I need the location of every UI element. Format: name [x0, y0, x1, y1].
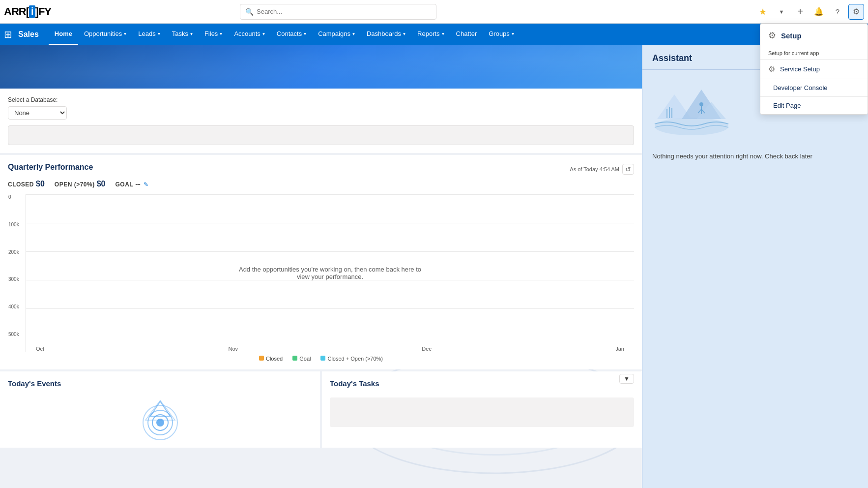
logo[interactable]: ARR[i]FY	[4, 5, 73, 18]
nav-tasks-label: Tasks	[172, 30, 188, 37]
legend-closed-open-dot	[320, 356, 325, 361]
chart-empty-message: Add the opportunities you're working on,…	[232, 266, 429, 280]
closed-value: $0	[36, 180, 45, 188]
y-label-200k: 200k	[8, 249, 19, 255]
assistant-message: Nothing needs your attention right now. …	[642, 149, 868, 164]
search-input[interactable]	[257, 8, 431, 15]
nav-item-accounts[interactable]: Accounts ▾	[228, 24, 270, 45]
nav-item-chatter[interactable]: Chatter	[450, 24, 483, 45]
y-label-300k: 300k	[8, 276, 19, 282]
nav-item-campaigns[interactable]: Campaigns ▾	[312, 24, 361, 45]
db-select-dropdown[interactable]: None	[8, 106, 67, 120]
nav-item-home[interactable]: Home	[49, 24, 78, 45]
setup-dropdown: ⚙ Setup Setup for current app ⚙ Service …	[760, 24, 868, 115]
nav-dashboards-label: Dashboards	[367, 30, 401, 37]
today-events-panel: Today's Events	[0, 371, 320, 448]
quarterly-title: Quarterly Performance	[8, 163, 93, 172]
app-switcher-icon[interactable]: ⊞	[4, 29, 12, 40]
svg-marker-4	[150, 401, 170, 416]
events-concentric-svg	[136, 396, 185, 440]
x-label-jan: Jan	[615, 346, 624, 352]
chart-area: 500k 400k 300k 200k 100k 0 Add t	[26, 194, 634, 352]
nav-item-tasks[interactable]: Tasks ▾	[166, 24, 199, 45]
closed-label-item: CLOSED $0	[8, 180, 45, 188]
edit-page-item[interactable]: Edit Page	[760, 96, 868, 114]
goal-value: --	[135, 180, 141, 188]
gridline-1	[26, 308, 634, 337]
tasks-empty-area	[330, 397, 634, 427]
today-tasks-title: Today's Tasks	[330, 379, 379, 388]
developer-console-item[interactable]: Developer Console	[760, 79, 868, 96]
x-label-dec: Dec	[422, 346, 432, 352]
nav-bar: ⊞ Sales Home Opportunities ▾ Leads ▾ Tas…	[0, 24, 868, 45]
legend-closed-open: Closed + Open (>70%)	[320, 356, 383, 362]
blue-banner	[0, 45, 642, 89]
nav-opportunities-label: Opportunities	[84, 30, 122, 37]
legend-goal: Goal	[292, 356, 311, 362]
tasks-dropdown-button[interactable]: ▼	[619, 374, 634, 384]
svg-point-10	[699, 102, 703, 106]
nav-item-files[interactable]: Files ▾	[199, 24, 228, 45]
main-area: Select a Database: None Quarterly Perfor…	[0, 45, 868, 488]
gridline-5	[26, 194, 634, 223]
campaigns-chevron-icon: ▾	[352, 31, 355, 36]
edit-goal-icon[interactable]: ✎	[144, 181, 148, 188]
logo-highlight: i	[29, 5, 35, 18]
x-label-nov: Nov	[228, 346, 238, 352]
nav-home-label: Home	[55, 30, 72, 37]
nav-item-dashboards[interactable]: Dashboards ▾	[361, 24, 411, 45]
add-button[interactable]: +	[792, 4, 808, 20]
open-value: $0	[97, 180, 106, 188]
y-label-100k: 100k	[8, 222, 19, 227]
nav-chatter-label: Chatter	[456, 30, 477, 37]
setup-gear-button[interactable]: ⚙	[848, 4, 864, 20]
search-bar[interactable]: 🔍	[240, 4, 436, 20]
favorite-star-icon[interactable]: ★	[755, 4, 771, 20]
setup-dropdown-title: Setup	[781, 31, 802, 40]
nav-item-groups[interactable]: Groups ▾	[483, 24, 520, 45]
accounts-chevron-icon: ▾	[262, 31, 265, 36]
dropdown-toggle-button[interactable]: ▼	[774, 4, 789, 20]
dashboards-chevron-icon: ▾	[403, 31, 405, 36]
chart-y-labels: 500k 400k 300k 200k 100k 0	[8, 194, 19, 337]
developer-console-label: Developer Console	[773, 84, 828, 92]
gridline-4	[26, 223, 634, 251]
top-bar-actions: ★ ▼ + 🔔 ? ⚙	[755, 4, 864, 20]
contacts-chevron-icon: ▾	[304, 31, 306, 36]
nav-files-label: Files	[204, 30, 218, 37]
closed-key: CLOSED	[8, 181, 34, 188]
nav-item-leads[interactable]: Leads ▾	[132, 24, 166, 45]
setup-for-current-app-item[interactable]: Setup for current app	[760, 47, 868, 59]
reports-chevron-icon: ▾	[442, 31, 444, 36]
x-label-oct: Oct	[36, 346, 44, 352]
bell-icon[interactable]: 🔔	[811, 4, 827, 20]
service-setup-label: Service Setup	[780, 65, 820, 73]
nav-item-reports[interactable]: Reports ▾	[411, 24, 450, 45]
refresh-button[interactable]: ↺	[622, 164, 634, 175]
top-bar: ARR[i]FY 🔍 ★ ▼ + 🔔 ? ⚙ ⚙ Setup Setup for…	[0, 0, 868, 24]
y-label-500k: 500k	[8, 332, 19, 337]
nav-campaigns-label: Campaigns	[318, 30, 350, 37]
nav-accounts-label: Accounts	[234, 30, 260, 37]
goal-key: GOAL	[115, 181, 133, 188]
bottom-row: Today's Events Today's Ta	[0, 371, 642, 448]
tasks-panel-header: Today's Tasks ▼	[330, 379, 634, 394]
quarterly-performance-section: Quarterly Performance As of Today 4:54 A…	[0, 155, 642, 369]
assistant-illustration-svg	[652, 80, 731, 139]
service-setup-item[interactable]: ⚙ Service Setup	[760, 59, 868, 79]
db-selector-label: Select a Database:	[8, 96, 634, 103]
as-of-value: As of Today 4:54 AM	[570, 166, 619, 172]
goal-label-item: GOAL -- ✎	[115, 180, 148, 188]
tasks-chevron-icon: ▾	[190, 31, 193, 36]
nav-groups-label: Groups	[489, 30, 510, 37]
y-label-0: 0	[8, 194, 19, 200]
nav-item-contacts[interactable]: Contacts ▾	[271, 24, 312, 45]
nav-item-opportunities[interactable]: Opportunities ▾	[78, 24, 132, 45]
logo-suffix: ]FY	[35, 5, 51, 18]
help-icon[interactable]: ?	[830, 4, 845, 20]
chart-container: 500k 400k 300k 200k 100k 0 Add t	[8, 194, 634, 362]
legend-closed: Closed	[259, 356, 283, 362]
nav-reports-label: Reports	[417, 30, 440, 37]
content-area: Select a Database: None Quarterly Perfor…	[0, 45, 642, 488]
empty-bar	[8, 125, 634, 145]
